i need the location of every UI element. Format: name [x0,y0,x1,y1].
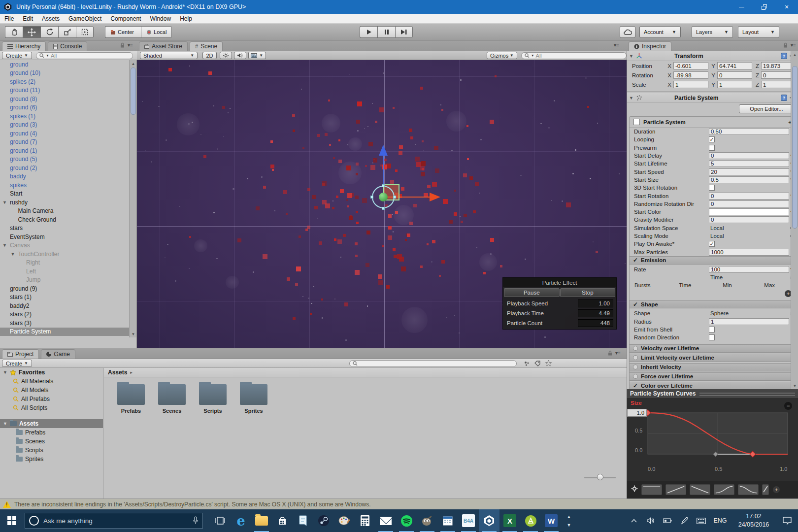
overlay-row-value[interactable]: 448 [578,319,613,327]
hierarchy-item[interactable]: ▼Canvas [0,241,136,250]
hierarchy-item[interactable]: Jump [0,276,136,285]
hand-tool-button[interactable] [5,26,23,38]
lock-icon[interactable] [120,42,125,48]
menu-assets[interactable]: Assets [37,14,64,24]
shape-emit-from-shell-checkbox[interactable] [709,327,715,332]
cloud-button[interactable] [620,26,635,38]
hierarchy-item[interactable]: Particle System [0,328,136,336]
search-by-type-icon[interactable] [524,361,530,366]
ps-prewarm-checkbox[interactable] [709,145,715,151]
ps-start-delay-field[interactable]: 0 [709,152,789,159]
ps-gravity-modifier-field[interactable]: 0 [709,216,789,223]
menu-file[interactable]: File [0,14,18,24]
emission-rate-mode-select[interactable]: Time [709,274,789,281]
foldout-arrow-icon[interactable]: ▼ [3,421,7,426]
taskbar-excel[interactable]: X [499,509,520,532]
rotate-tool-button[interactable] [40,26,58,38]
hierarchy-item[interactable]: Main Camera [0,207,136,216]
overlay-row-value[interactable]: 1.00 [578,299,613,307]
taskbar-paint[interactable] [334,509,355,532]
lock-icon[interactable] [608,350,612,356]
transform-position-y-field[interactable]: 64.741 [717,62,752,69]
hierarchy-item[interactable]: ground (10) [0,69,136,78]
ps-looping-checkbox[interactable]: ✓ [709,136,715,142]
module-checkbox[interactable]: ✓ [633,301,638,308]
ps-start-rotation-field[interactable]: 0 [709,193,789,200]
project-create-button[interactable]: Create▼ [2,360,32,367]
emission-module-header[interactable]: ✓Emission [630,256,796,265]
hierarchy-item[interactable]: Right [0,259,136,267]
hierarchy-create-button[interactable]: Create▼ [2,52,32,59]
taskbar-task-view[interactable] [210,509,231,532]
account-dropdown[interactable]: Account▼ [639,26,681,38]
tab-project[interactable]: Project [2,349,39,359]
shape-radius-field[interactable]: 1 [709,318,789,325]
panel-menu-icon[interactable]: ▾≡ [128,42,133,48]
ps-scaling-mode-select[interactable]: Local [709,233,789,239]
move-tool-button[interactable] [23,26,40,38]
taskbar-unity[interactable] [479,509,499,532]
taskbar-scroll-arrows[interactable]: ▲▼ [564,509,574,532]
module-toggle[interactable] [633,355,638,360]
asset-folder-scripts[interactable]: Scripts [198,384,228,414]
hierarchy-item[interactable]: ground (4) [0,129,136,138]
curve-preset-ease-down[interactable] [738,484,759,495]
audio-toggle[interactable] [234,52,246,59]
curve-options-gear-icon[interactable] [631,485,638,494]
hierarchy-item[interactable]: spikes (2) [0,77,136,86]
taskbar-calendar[interactable] [437,509,458,532]
taskbar-edge[interactable]: e [231,509,251,532]
hierarchy-item[interactable]: stars (2) [0,310,136,319]
step-button[interactable] [395,26,413,38]
hierarchy-item[interactable]: stars (3) [0,319,136,328]
hierarchy-item[interactable]: Check Ground [0,215,136,224]
status-bar[interactable]: There are inconsistent line endings in t… [0,499,798,509]
hierarchy-item[interactable]: ground (2) [0,164,136,172]
ps-duration-field[interactable]: 0.50 [709,128,789,135]
taskbar-spotify[interactable] [396,509,417,532]
hierarchy-scrollbar[interactable]: ▲ ▼ [129,60,136,337]
favorite-all-models[interactable]: All Models [0,386,103,395]
menu-help[interactable]: Help [175,14,197,24]
module-toggle[interactable] [633,346,638,351]
ps-start-size-field[interactable]: 0.5 [709,176,789,183]
tab-asset-store[interactable]: Asset Store [139,41,188,51]
rect-tool-button[interactable] [76,26,94,38]
scene-search-input[interactable]: ▼ All [521,52,627,59]
curves-header[interactable]: Particle System Curves [627,389,798,398]
drag-grip[interactable] [699,393,795,396]
particle-pause-button[interactable]: Pause [504,288,560,297]
taskbar-calculator[interactable] [355,509,375,532]
thumbnail-zoom-slider[interactable] [584,474,616,481]
ps-start-color-color-swatch[interactable] [709,208,789,215]
hierarchy-item[interactable]: spikes (1) [0,112,136,121]
curve-preset-clip[interactable] [762,484,769,495]
gizmo-center[interactable] [379,193,388,201]
layout-dropdown[interactable]: Layout▼ [738,26,779,38]
transform-position-x-field[interactable]: -0.601 [673,62,708,69]
module-toggle[interactable] [633,365,638,369]
hierarchy-item[interactable]: ground (8) [0,95,136,103]
scale-tool-button[interactable] [58,26,76,38]
transform-rotation-x-field[interactable]: -89.98 [673,71,708,79]
shape-random-direction-checkbox[interactable] [709,334,715,340]
foldout-arrow-icon[interactable]: ▼ [3,370,7,375]
favorite-all-materials[interactable]: All Materials [0,377,103,386]
favorites-star-icon[interactable] [545,360,552,366]
pause-button[interactable] [377,26,395,38]
curve-preset-linear-down[interactable] [690,484,710,495]
shape-module-header[interactable]: ✓Shape [630,300,796,308]
taskbar-search[interactable]: Ask me anything [25,513,203,529]
size-curve-chart[interactable] [647,409,791,463]
inspector-scrollbar[interactable]: ▲ ▼ [791,51,798,389]
module-checkbox[interactable]: ✓ [633,382,638,389]
ps-simulation-space-select[interactable]: Local [709,225,789,232]
ps-start-speed-field[interactable]: 20 [709,168,789,175]
menu-edit[interactable]: Edit [18,14,37,24]
ps-max-particles-field[interactable]: 1000 [709,249,789,256]
panel-menu-icon[interactable]: ▾≡ [614,42,619,48]
tab-console[interactable]: Console [48,41,87,51]
emission-rate-field[interactable]: 100 [709,266,789,273]
hierarchy-item[interactable]: stars (1) [0,293,136,302]
tab-inspector[interactable]: Inspector [629,41,671,51]
